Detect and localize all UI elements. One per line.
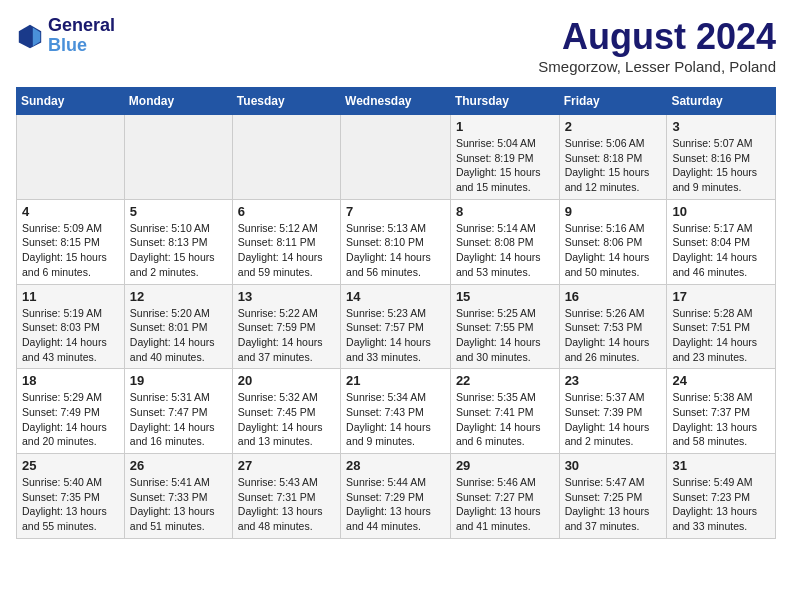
day-info: Sunrise: 5:49 AM Sunset: 7:23 PM Dayligh… (672, 475, 770, 534)
day-number: 4 (22, 204, 119, 219)
calendar-cell: 19Sunrise: 5:31 AM Sunset: 7:47 PM Dayli… (124, 369, 232, 454)
calendar-cell: 12Sunrise: 5:20 AM Sunset: 8:01 PM Dayli… (124, 284, 232, 369)
day-number: 1 (456, 119, 554, 134)
week-row-3: 11Sunrise: 5:19 AM Sunset: 8:03 PM Dayli… (17, 284, 776, 369)
calendar-cell (232, 115, 340, 200)
day-info: Sunrise: 5:25 AM Sunset: 7:55 PM Dayligh… (456, 306, 554, 365)
day-number: 29 (456, 458, 554, 473)
day-header-friday: Friday (559, 88, 667, 115)
days-header-row: SundayMondayTuesdayWednesdayThursdayFrid… (17, 88, 776, 115)
calendar-cell: 28Sunrise: 5:44 AM Sunset: 7:29 PM Dayli… (341, 454, 451, 539)
calendar-cell: 2Sunrise: 5:06 AM Sunset: 8:18 PM Daylig… (559, 115, 667, 200)
day-info: Sunrise: 5:40 AM Sunset: 7:35 PM Dayligh… (22, 475, 119, 534)
day-info: Sunrise: 5:19 AM Sunset: 8:03 PM Dayligh… (22, 306, 119, 365)
day-info: Sunrise: 5:37 AM Sunset: 7:39 PM Dayligh… (565, 390, 662, 449)
page-header: GeneralBlue August 2024 Smegorzow, Lesse… (16, 16, 776, 75)
calendar-cell (341, 115, 451, 200)
calendar-cell: 22Sunrise: 5:35 AM Sunset: 7:41 PM Dayli… (450, 369, 559, 454)
calendar-cell: 18Sunrise: 5:29 AM Sunset: 7:49 PM Dayli… (17, 369, 125, 454)
calendar-cell: 31Sunrise: 5:49 AM Sunset: 7:23 PM Dayli… (667, 454, 776, 539)
day-info: Sunrise: 5:14 AM Sunset: 8:08 PM Dayligh… (456, 221, 554, 280)
day-header-thursday: Thursday (450, 88, 559, 115)
day-number: 5 (130, 204, 227, 219)
calendar-cell: 16Sunrise: 5:26 AM Sunset: 7:53 PM Dayli… (559, 284, 667, 369)
day-info: Sunrise: 5:09 AM Sunset: 8:15 PM Dayligh… (22, 221, 119, 280)
day-info: Sunrise: 5:41 AM Sunset: 7:33 PM Dayligh… (130, 475, 227, 534)
day-info: Sunrise: 5:16 AM Sunset: 8:06 PM Dayligh… (565, 221, 662, 280)
day-info: Sunrise: 5:07 AM Sunset: 8:16 PM Dayligh… (672, 136, 770, 195)
calendar-body: 1Sunrise: 5:04 AM Sunset: 8:19 PM Daylig… (17, 115, 776, 539)
calendar-cell: 27Sunrise: 5:43 AM Sunset: 7:31 PM Dayli… (232, 454, 340, 539)
week-row-5: 25Sunrise: 5:40 AM Sunset: 7:35 PM Dayli… (17, 454, 776, 539)
day-number: 7 (346, 204, 445, 219)
calendar-cell: 8Sunrise: 5:14 AM Sunset: 8:08 PM Daylig… (450, 199, 559, 284)
day-info: Sunrise: 5:17 AM Sunset: 8:04 PM Dayligh… (672, 221, 770, 280)
day-number: 31 (672, 458, 770, 473)
calendar-cell: 20Sunrise: 5:32 AM Sunset: 7:45 PM Dayli… (232, 369, 340, 454)
calendar-cell: 24Sunrise: 5:38 AM Sunset: 7:37 PM Dayli… (667, 369, 776, 454)
calendar-cell: 17Sunrise: 5:28 AM Sunset: 7:51 PM Dayli… (667, 284, 776, 369)
day-header-wednesday: Wednesday (341, 88, 451, 115)
day-number: 26 (130, 458, 227, 473)
day-info: Sunrise: 5:10 AM Sunset: 8:13 PM Dayligh… (130, 221, 227, 280)
day-number: 21 (346, 373, 445, 388)
logo-icon (16, 22, 44, 50)
day-info: Sunrise: 5:43 AM Sunset: 7:31 PM Dayligh… (238, 475, 335, 534)
day-number: 16 (565, 289, 662, 304)
calendar-table: SundayMondayTuesdayWednesdayThursdayFrid… (16, 87, 776, 539)
calendar-cell: 10Sunrise: 5:17 AM Sunset: 8:04 PM Dayli… (667, 199, 776, 284)
day-header-tuesday: Tuesday (232, 88, 340, 115)
day-info: Sunrise: 5:20 AM Sunset: 8:01 PM Dayligh… (130, 306, 227, 365)
day-info: Sunrise: 5:23 AM Sunset: 7:57 PM Dayligh… (346, 306, 445, 365)
day-info: Sunrise: 5:32 AM Sunset: 7:45 PM Dayligh… (238, 390, 335, 449)
day-number: 14 (346, 289, 445, 304)
day-number: 22 (456, 373, 554, 388)
day-number: 12 (130, 289, 227, 304)
calendar-cell (17, 115, 125, 200)
day-number: 6 (238, 204, 335, 219)
day-number: 13 (238, 289, 335, 304)
day-header-monday: Monday (124, 88, 232, 115)
day-info: Sunrise: 5:34 AM Sunset: 7:43 PM Dayligh… (346, 390, 445, 449)
day-info: Sunrise: 5:06 AM Sunset: 8:18 PM Dayligh… (565, 136, 662, 195)
day-info: Sunrise: 5:29 AM Sunset: 7:49 PM Dayligh… (22, 390, 119, 449)
day-header-saturday: Saturday (667, 88, 776, 115)
calendar-cell: 23Sunrise: 5:37 AM Sunset: 7:39 PM Dayli… (559, 369, 667, 454)
calendar-cell: 21Sunrise: 5:34 AM Sunset: 7:43 PM Dayli… (341, 369, 451, 454)
day-info: Sunrise: 5:22 AM Sunset: 7:59 PM Dayligh… (238, 306, 335, 365)
day-info: Sunrise: 5:47 AM Sunset: 7:25 PM Dayligh… (565, 475, 662, 534)
calendar-cell: 11Sunrise: 5:19 AM Sunset: 8:03 PM Dayli… (17, 284, 125, 369)
calendar-cell: 29Sunrise: 5:46 AM Sunset: 7:27 PM Dayli… (450, 454, 559, 539)
day-number: 8 (456, 204, 554, 219)
day-info: Sunrise: 5:26 AM Sunset: 7:53 PM Dayligh… (565, 306, 662, 365)
logo: GeneralBlue (16, 16, 115, 56)
day-number: 30 (565, 458, 662, 473)
calendar-cell: 13Sunrise: 5:22 AM Sunset: 7:59 PM Dayli… (232, 284, 340, 369)
calendar-cell: 25Sunrise: 5:40 AM Sunset: 7:35 PM Dayli… (17, 454, 125, 539)
calendar-cell: 26Sunrise: 5:41 AM Sunset: 7:33 PM Dayli… (124, 454, 232, 539)
month-year: August 2024 (538, 16, 776, 58)
calendar-cell: 9Sunrise: 5:16 AM Sunset: 8:06 PM Daylig… (559, 199, 667, 284)
day-number: 9 (565, 204, 662, 219)
day-number: 18 (22, 373, 119, 388)
day-number: 11 (22, 289, 119, 304)
day-info: Sunrise: 5:31 AM Sunset: 7:47 PM Dayligh… (130, 390, 227, 449)
calendar-cell: 14Sunrise: 5:23 AM Sunset: 7:57 PM Dayli… (341, 284, 451, 369)
day-number: 20 (238, 373, 335, 388)
day-number: 17 (672, 289, 770, 304)
calendar-cell: 4Sunrise: 5:09 AM Sunset: 8:15 PM Daylig… (17, 199, 125, 284)
title-block: August 2024 Smegorzow, Lesser Poland, Po… (538, 16, 776, 75)
day-info: Sunrise: 5:46 AM Sunset: 7:27 PM Dayligh… (456, 475, 554, 534)
logo-text: GeneralBlue (48, 16, 115, 56)
day-number: 28 (346, 458, 445, 473)
calendar-cell (124, 115, 232, 200)
calendar-cell: 7Sunrise: 5:13 AM Sunset: 8:10 PM Daylig… (341, 199, 451, 284)
week-row-4: 18Sunrise: 5:29 AM Sunset: 7:49 PM Dayli… (17, 369, 776, 454)
day-number: 2 (565, 119, 662, 134)
day-number: 27 (238, 458, 335, 473)
day-number: 19 (130, 373, 227, 388)
calendar-cell: 15Sunrise: 5:25 AM Sunset: 7:55 PM Dayli… (450, 284, 559, 369)
day-info: Sunrise: 5:44 AM Sunset: 7:29 PM Dayligh… (346, 475, 445, 534)
day-number: 10 (672, 204, 770, 219)
location: Smegorzow, Lesser Poland, Poland (538, 58, 776, 75)
